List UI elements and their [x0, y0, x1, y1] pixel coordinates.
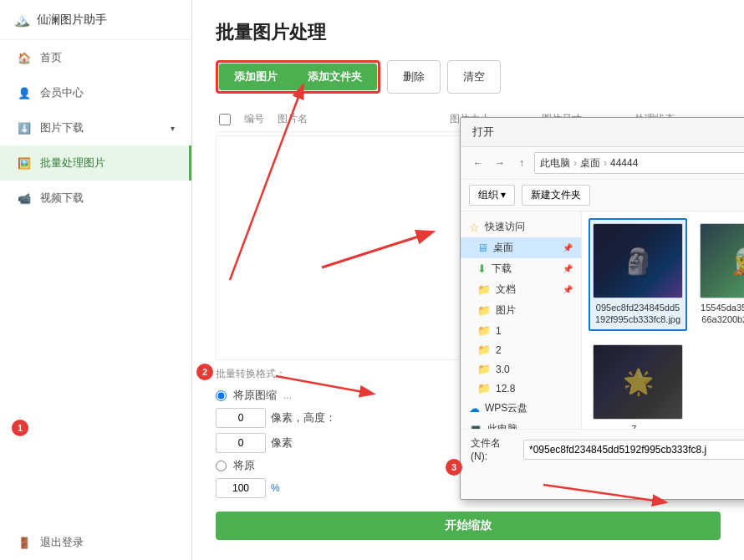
sidebar: 🏔️ 仙澜图片助手 🏠 首页 👤 会员中心 ⬇️ 图片下载 ▾ 🖼️ 批量处理图…: [0, 0, 192, 560]
cloud-icon: ☁: [469, 402, 480, 415]
file-item-0[interactable]: 🗿 095ec8fd234845dd5192f995cb333fc8.jpg: [589, 218, 687, 331]
downloads-label: 下载: [492, 262, 512, 276]
folder-icon-4: 📁: [477, 382, 491, 395]
breadcrumb-sep-1: ›: [573, 157, 577, 169]
file-item-3[interactable]: 🌟 7...: [589, 339, 687, 429]
delete-button[interactable]: 删除: [387, 60, 441, 94]
documents-label: 文档: [496, 283, 516, 297]
breadcrumb-folder: 44444: [610, 157, 638, 169]
width-suffix: 像素，高度：: [271, 410, 336, 425]
tree-item-downloads[interactable]: ⬇ 下载 📌: [461, 258, 581, 279]
breadcrumb: 此电脑 › 桌面 › 44444 ▾: [534, 152, 744, 174]
pin-icon-3: 📌: [563, 285, 573, 294]
pin-icon-2: 📌: [563, 264, 573, 273]
quick-access-label: 快速访问: [485, 220, 525, 234]
tree-item-documents[interactable]: 📁 文档 📌: [461, 279, 581, 300]
folder-icon-3: 📁: [477, 363, 491, 375]
dialog-body: ☆ 快速访问 🖥 桌面 📌 ⬇ 下载 📌 📁 文档 📌: [461, 211, 744, 429]
badge-3: 3: [446, 459, 462, 476]
dialog-sidebar: ☆ 快速访问 🖥 桌面 📌 ⬇ 下载 📌 📁 文档 📌: [461, 211, 582, 429]
star-icon: ☆: [469, 221, 480, 234]
sidebar-item-batch-process[interactable]: 🖼️ 批量处理图片: [0, 145, 191, 181]
folder1-label: 1: [496, 325, 502, 337]
tree-item-pictures[interactable]: 📁 图片: [461, 300, 581, 321]
width-input[interactable]: [216, 408, 266, 428]
dialog-title: 打开: [461, 118, 744, 147]
download-icon: ⬇️: [17, 120, 32, 135]
tree-item-this-pc[interactable]: 💻 此电脑: [461, 419, 581, 429]
thumb-label-0: 095ec8fd234845dd5192f995cb333fc8.jpg: [594, 302, 682, 326]
pictures-label: 图片: [496, 303, 516, 318]
folder3-label: 3.0: [496, 364, 510, 375]
computer-icon: 💻: [469, 423, 482, 429]
person-icon: 👤: [17, 85, 32, 100]
file-item-1[interactable]: 🧝 15545da35fdca57c4966a3200b22b478.jpg: [696, 218, 744, 331]
tree-item-folder3[interactable]: 📁 3.0: [461, 359, 581, 379]
thumb-img-1: 🧝: [700, 223, 744, 298]
tree-item-wps[interactable]: ☁ WPS云盘: [461, 398, 581, 419]
scale-radio-2[interactable]: [216, 461, 227, 471]
height-input[interactable]: [216, 433, 266, 453]
home-icon: 🏠: [17, 50, 32, 65]
tree-item-quick-access[interactable]: ☆ 快速访问: [461, 216, 581, 237]
new-folder-button[interactable]: 新建文件夹: [522, 185, 590, 206]
up-button[interactable]: ↑: [512, 154, 531, 172]
dialog-files: 🗿 095ec8fd234845dd5192f995cb333fc8.jpg 🧝…: [582, 211, 744, 429]
breadcrumb-pc: 此电脑: [540, 156, 570, 171]
add-folder-button[interactable]: 添加文件夹: [293, 64, 377, 90]
dialog-footer: 文件名(N): All Files (*.*) 3 取消 打开(O): [461, 429, 744, 499]
chevron-down-icon: ▾: [171, 124, 175, 133]
sidebar-item-video-download[interactable]: 📹 视频下载: [0, 181, 191, 216]
dialog-actions: 组织 ▾ 新建文件夹 ▦: [461, 180, 744, 211]
back-button[interactable]: ←: [469, 154, 487, 172]
scale-radio-1-label: 将原图缩: [233, 388, 277, 403]
toolbar: 添加图片 添加文件夹 删除 清空: [216, 60, 721, 94]
download-icon-2: ⬇: [477, 262, 487, 275]
filename-label: 文件名(N):: [471, 436, 517, 462]
sidebar-item-img-download[interactable]: ⬇️ 图片下载 ▾: [0, 110, 191, 145]
col-number: 编号: [237, 110, 271, 128]
desktop-label: 桌面: [493, 241, 513, 255]
add-image-button[interactable]: 添加图片: [219, 64, 293, 90]
dialog-nav: ← → ↑ 此电脑 › 桌面 › 44444 ▾ ⟳: [461, 147, 744, 180]
organize-button[interactable]: 组织 ▾: [469, 185, 515, 206]
select-all-checkbox[interactable]: [219, 114, 231, 125]
folder-icon-2: 📁: [477, 344, 491, 356]
image-icon: 🖼️: [17, 155, 32, 171]
folder-icon-docs: 📁: [477, 283, 491, 296]
this-pc-label: 此电脑: [487, 422, 517, 429]
page-title: 批量图片处理: [216, 20, 721, 45]
folder2-label: 2: [496, 344, 502, 356]
breadcrumb-sep-2: ›: [604, 157, 607, 169]
thumb-label-1: 15545da35fdca57c4966a3200b22b478.jpg: [701, 302, 744, 326]
sidebar-item-home[interactable]: 🏠 首页: [0, 40, 191, 75]
scale-suffix: ...: [283, 389, 292, 401]
tree-item-folder4[interactable]: 📁 12.8: [461, 379, 581, 398]
pin-icon-1: 📌: [563, 243, 573, 252]
height-suffix: 像素: [271, 435, 293, 451]
start-button[interactable]: 开始缩放: [216, 512, 721, 540]
ratio-radio-label: 将原: [233, 458, 255, 473]
app-logo-icon: 🏔️: [13, 12, 30, 28]
forward-button[interactable]: →: [491, 154, 509, 172]
badge-2: 2: [196, 364, 213, 380]
thumb-img-3: 🌟: [593, 344, 683, 420]
tree-item-desktop[interactable]: 🖥 桌面 📌: [461, 237, 581, 258]
app-title: 🏔️ 仙澜图片助手: [0, 0, 191, 40]
desktop-icon: 🖥: [477, 242, 488, 254]
video-icon: 📹: [17, 191, 32, 206]
sidebar-item-logout[interactable]: 🚪 退出登录: [0, 525, 191, 560]
file-dialog: 打开 ← → ↑ 此电脑 › 桌面 › 44444 ▾ ⟳ 组织 ▾ 新建文件夹…: [460, 117, 744, 500]
folder4-label: 12.8: [496, 383, 515, 395]
clear-button[interactable]: 清空: [447, 60, 501, 94]
folder-icon-1: 📁: [477, 324, 491, 337]
tree-item-folder1[interactable]: 📁 1: [461, 321, 581, 340]
ratio-input[interactable]: [216, 478, 266, 498]
tree-item-folder2[interactable]: 📁 2: [461, 340, 581, 359]
scale-radio-1[interactable]: [216, 390, 227, 401]
footer-actions: 3 取消 打开(O): [471, 467, 744, 492]
folder-icon-pics: 📁: [477, 304, 491, 317]
sidebar-item-member[interactable]: 👤 会员中心: [0, 75, 191, 110]
percent-label: %: [271, 482, 280, 494]
filename-input[interactable]: [523, 440, 744, 460]
